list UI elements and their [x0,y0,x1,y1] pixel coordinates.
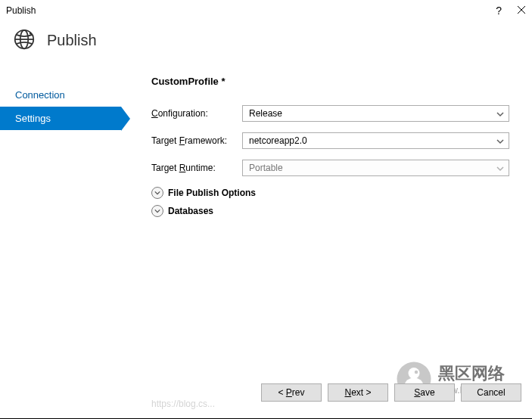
label-configuration: Configuration: [151,108,242,119]
sidebar-item-settings[interactable]: Settings [0,107,121,130]
profile-name: CustomProfile * [151,76,509,87]
expander-databases[interactable]: Databases [151,205,509,217]
label-target-runtime: Target Runtime: [151,163,242,173]
sidebar-item-label: Settings [15,113,51,124]
chevron-down-icon [151,205,163,217]
chevron-down-icon [496,137,504,144]
sidebar: Connection Settings [0,68,121,373]
content-area: Connection Settings CustomProfile * Conf… [0,68,532,373]
chevron-down-icon [496,164,504,172]
dropdown-value: Portable [249,163,283,173]
prev-button[interactable]: < Prev [261,383,322,402]
globe-icon [14,29,35,52]
expander-file-publish-options[interactable]: File Publish Options [151,187,509,199]
chevron-down-icon [496,110,504,117]
sidebar-item-connection[interactable]: Connection [0,83,121,107]
close-icon[interactable] [517,5,526,17]
cancel-button[interactable]: Cancel [461,383,521,402]
main-panel: CustomProfile * Configuration: Release T… [121,68,532,373]
dropdown-value: Release [249,108,282,119]
window-title: Publish [6,5,36,16]
next-button[interactable]: Next > [328,383,388,402]
dropdown-configuration[interactable]: Release [242,105,509,122]
chevron-down-icon [151,187,163,199]
expander-label: Databases [168,206,213,216]
label-target-framework: Target Framework: [151,135,242,146]
row-configuration: Configuration: Release [151,105,509,122]
row-target-framework: Target Framework: netcoreapp2.0 [151,132,509,149]
dialog-header: Publish [0,21,532,66]
titlebar: Publish ? [0,0,532,21]
page-title: Publish [47,32,97,49]
dropdown-value: netcoreapp2.0 [249,135,307,146]
save-button[interactable]: Save [394,383,455,402]
dropdown-target-framework[interactable]: netcoreapp2.0 [242,132,509,149]
expander-label: File Publish Options [168,188,256,198]
dropdown-target-runtime[interactable]: Portable [242,160,509,176]
help-icon[interactable]: ? [496,5,502,17]
sidebar-item-label: Connection [15,89,65,101]
row-target-runtime: Target Runtime: Portable [151,160,509,176]
dialog-footer: < Prev Next > Save Cancel [0,376,532,418]
